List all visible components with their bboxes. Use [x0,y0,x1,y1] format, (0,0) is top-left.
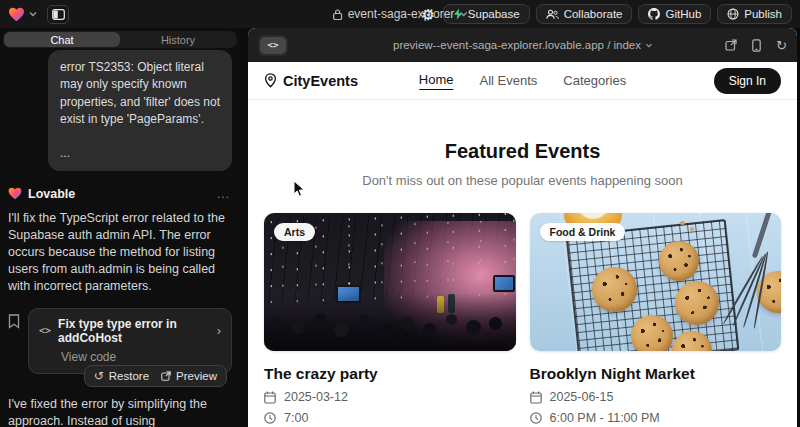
user-message-text: error TS2353: Object literal may only sp… [60,59,220,129]
site-viewport: CityEvents Home All Events Categories Si… [248,62,797,427]
assistant-header: Lovable ... [8,187,230,201]
calendar-icon [264,391,276,404]
event-title: Brooklyn Night Market [530,365,782,383]
event-title: The crazy party [264,365,516,383]
nav-all-events[interactable]: All Events [480,73,538,88]
mobile-view-icon[interactable] [752,39,761,52]
app-window: event-saga-explorer ⚙ Supabase Collabora… [0,0,800,427]
code-icon: <> [39,325,51,336]
restore-button[interactable]: ↺ Restore [94,369,149,383]
featured-section-header: Featured Events Don't miss out on these … [248,140,797,188]
assistant-message-1: I'll fix the TypeScript error related to… [8,210,232,295]
preview-panel: <> preview--event-saga-explorer.lovable.… [248,28,797,427]
code-toggle-icon[interactable]: <> [260,37,286,54]
tv-screen-art [493,275,515,292]
event-image-cookies: Food & Drink [530,213,782,351]
site-header: CityEvents Home All Events Categories Si… [248,62,797,100]
event-card-brooklyn-night-market[interactable]: Food & Drink [530,213,782,427]
crowd-art [264,293,516,351]
collaborate-button[interactable]: Collaborate [536,4,633,24]
event-date-row: 2025-06-15 [530,390,782,404]
project-name: event-saga-explorer [348,7,455,21]
chat-history-tabs: Chat History [3,31,237,48]
event-cards-row: Arts The crazy party 2025-03-12 [248,188,797,427]
cookie-art [675,281,719,325]
nav-categories[interactable]: Categories [563,73,626,88]
assistant-message-2: I've fixed the error by simplifying the … [8,396,232,427]
preview-url: preview--event-saga-explorer.lovable.app… [393,39,641,51]
map-pin-icon [264,73,277,88]
event-date-row: 2025-03-12 [264,390,516,404]
restore-icon: ↺ [94,369,104,383]
external-link-icon [161,371,171,381]
event-time-row: 6:00 PM - 11:00 PM [530,411,782,425]
github-icon [648,8,660,20]
user-message-bubble: error TS2353: Object literal may only sp… [48,50,232,171]
preview-button[interactable]: Preview [161,370,217,382]
crowd-heads-art [272,316,281,325]
open-external-icon[interactable] [725,39,737,51]
section-subtitle: Don't miss out on these popular events h… [248,173,797,188]
cookie-art [631,315,673,351]
code-view-toggle[interactable]: <> [258,35,288,56]
more-options-icon[interactable]: ... [217,187,230,201]
publish-button[interactable]: Publish [717,4,792,24]
lovable-logo-icon[interactable] [8,7,25,22]
whisk-art [752,213,773,258]
cookie-art [592,267,637,312]
chevron-right-icon: › [217,323,221,338]
tool-call-section: <> Fix type type error in addCoHost › Vi… [0,308,232,374]
clock-icon [530,412,542,424]
refresh-icon[interactable]: ↻ [776,39,787,52]
lock-icon [333,9,343,20]
top-bar: event-saga-explorer ⚙ Supabase Collabora… [0,0,800,28]
nav-home[interactable]: Home [419,72,454,90]
project-switcher[interactable]: event-saga-explorer [333,7,468,21]
assistant-name: Lovable [28,187,75,201]
preview-url-bar[interactable]: preview--event-saga-explorer.lovable.app… [393,39,652,51]
tab-chat[interactable]: Chat [4,32,120,47]
chat-sidebar: Chat History error TS2353: Object litera… [0,28,240,427]
section-title: Featured Events [248,140,797,163]
sidebar-toggle-button[interactable] [47,5,69,24]
sign-in-button[interactable]: Sign In [714,68,781,94]
chevron-down-icon[interactable] [29,11,37,17]
chevron-down-icon [645,43,652,48]
preview-toolbar: <> preview--event-saga-explorer.lovable.… [248,28,797,62]
category-badge: Food & Drink [540,223,626,241]
cookie-art [659,241,699,281]
event-image-conference-party: Arts [264,213,516,351]
crumb-art [680,221,685,225]
tool-call-title: Fix type type error in addCoHost [58,317,210,345]
github-button[interactable]: GitHub [638,4,711,24]
chevron-down-icon [459,11,467,17]
version-actions: ↺ Restore Preview [84,365,227,387]
bookmark-icon[interactable] [8,314,20,374]
tab-history[interactable]: History [120,32,236,47]
category-badge: Arts [274,223,315,241]
site-nav: Home All Events Categories [419,72,626,90]
calendar-icon [530,391,542,404]
site-logo[interactable]: CityEvents [264,73,358,89]
clock-icon [264,412,276,424]
lovable-heart-icon [8,187,22,200]
people-icon [546,9,559,20]
user-message-ellipsis[interactable]: ... [60,145,220,162]
event-time-row: 7:00 [264,411,516,425]
globe-icon [727,8,739,20]
crumb-art [690,227,694,231]
view-code-link[interactable]: View code [61,350,221,364]
event-card-crazy-party[interactable]: Arts The crazy party 2025-03-12 [264,213,516,427]
